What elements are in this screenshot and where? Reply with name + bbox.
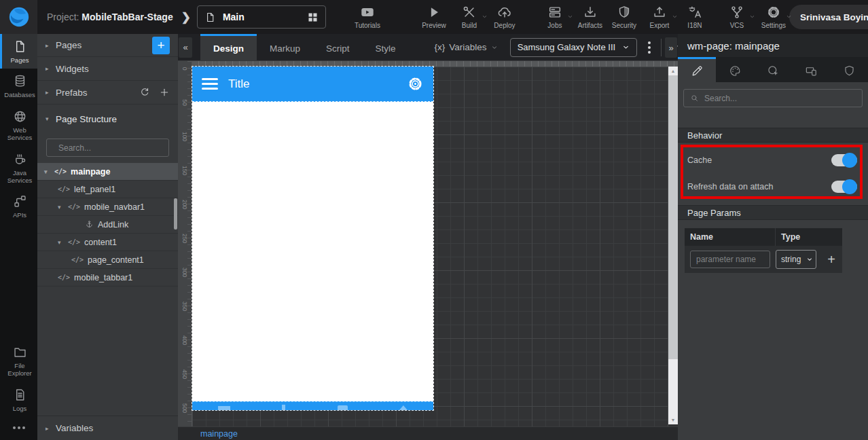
section-header-label: Behavior — [687, 130, 722, 141]
current-page-name: Main — [223, 12, 300, 22]
user-menu[interactable]: Srinivasa Boyina SB — [789, 5, 868, 29]
chevron-down-icon[interactable] — [482, 14, 488, 20]
refresh-data-toggle[interactable] — [831, 179, 857, 194]
rail-item-logs[interactable]: Logs — [0, 382, 37, 417]
build-button[interactable]: Build — [454, 5, 485, 29]
rail-label: APIs — [13, 211, 26, 219]
rail-more-button[interactable] — [0, 417, 37, 440]
expand-arrow-icon[interactable]: ▸ — [46, 89, 56, 96]
tab-devices[interactable] — [792, 57, 830, 82]
chevron-down-icon[interactable] — [786, 14, 792, 20]
collapse-arrow-icon[interactable]: ▾ — [44, 168, 54, 175]
chevron-down-icon[interactable] — [567, 14, 573, 20]
expand-arrow-icon[interactable]: ▸ — [46, 42, 56, 49]
add-page-button[interactable]: + — [152, 37, 170, 54]
tab-design[interactable]: Design — [200, 34, 257, 61]
tab-properties[interactable] — [678, 57, 716, 82]
pages-grid-icon[interactable] — [307, 12, 319, 23]
section-variables[interactable]: ▸ Variables — [37, 416, 178, 440]
section-pages[interactable]: ▸ Pages + — [37, 34, 178, 57]
rail-item-java-services[interactable]: Java Services — [0, 147, 37, 189]
mobile-tabbar-widget[interactable] — [192, 401, 433, 410]
pointer-events-icon — [767, 65, 780, 77]
add-param-button[interactable]: + — [820, 252, 842, 268]
hamburger-menu-icon[interactable] — [202, 78, 218, 90]
rail-item-pages[interactable]: Pages — [0, 34, 37, 69]
security-button[interactable]: Security — [609, 5, 640, 29]
expand-right-panel-button[interactable]: » — [665, 37, 677, 58]
tab-script[interactable]: Script — [313, 34, 363, 61]
tab-style[interactable]: Style — [363, 34, 409, 61]
tree-item-addlink[interactable]: AddLink — [37, 216, 178, 234]
tutorials-button[interactable]: Tutorials — [352, 5, 383, 29]
deploy-button[interactable]: Deploy — [489, 5, 520, 29]
tree-item-mainpage[interactable]: ▾ </> mainpage — [37, 163, 178, 181]
collapse-left-panel-button[interactable]: « — [179, 37, 192, 58]
cache-toggle[interactable] — [831, 153, 857, 168]
export-button[interactable]: Export — [644, 5, 675, 29]
security-icon — [617, 5, 632, 20]
rail-item-web-services[interactable]: Web Services — [0, 104, 37, 147]
mobile-navbar-widget[interactable]: Title — [192, 67, 433, 102]
breadcrumb-chevron-icon[interactable]: ❯ — [181, 10, 191, 24]
i18n-button[interactable]: I18N — [679, 5, 710, 29]
rail-item-databases[interactable]: Databases — [0, 69, 37, 103]
tab-styles[interactable] — [716, 57, 754, 82]
jobs-button[interactable]: Jobs — [539, 5, 571, 29]
param-type-select[interactable]: string — [776, 250, 816, 269]
tree-item-left-panel1[interactable]: </> left_panel1 — [37, 181, 178, 198]
action-label: Tutorials — [355, 22, 380, 29]
mobile-gear-icon[interactable] — [407, 75, 424, 92]
variables-dropdown[interactable]: {x} Variables — [435, 42, 498, 52]
open-page-tab[interactable]: mainpage — [200, 429, 238, 439]
rail-label: Java Services — [2, 169, 37, 185]
collapse-arrow-icon[interactable]: ▾ — [58, 239, 68, 246]
tree-item-content1[interactable]: ▾ </> content1 — [37, 234, 178, 251]
behavior-section-header[interactable]: Behavior — [678, 128, 868, 143]
tree-scrollbar[interactable] — [174, 198, 177, 230]
settings-button[interactable]: Settings — [758, 5, 789, 29]
app-logo[interactable] — [0, 0, 37, 34]
properties-search-input[interactable] — [704, 94, 856, 103]
rail-item-file-explorer[interactable]: File Explorer — [0, 340, 37, 382]
properties-search[interactable] — [683, 89, 863, 107]
section-label: Prefabs — [56, 88, 88, 98]
device-select[interactable]: Samsung Galaxy Note III — [510, 38, 638, 57]
add-prefab-icon[interactable] — [159, 87, 170, 98]
refresh-icon[interactable] — [139, 87, 150, 98]
design-canvas[interactable]: 0 50 100 150 200 250 300 350 400 450 500… — [178, 61, 678, 426]
tree-item-mobile-navbar1[interactable]: ▾ </> mobile_navbar1 — [37, 198, 178, 216]
page-selector[interactable]: Main — [197, 5, 326, 29]
expand-arrow-icon[interactable]: ▸ — [46, 425, 56, 432]
device-preview[interactable]: Title — [192, 67, 433, 410]
collapse-arrow-icon[interactable]: ▾ — [58, 204, 68, 210]
structure-search-input[interactable] — [58, 143, 164, 153]
rail-spacer — [0, 224, 37, 340]
rail-item-apis[interactable]: APIs — [0, 189, 37, 223]
artifacts-button[interactable]: Artifacts — [575, 5, 606, 29]
canvas-scrollbar[interactable]: ▲ ▼ — [668, 67, 678, 424]
scroll-up-icon[interactable]: ▲ — [668, 67, 678, 75]
param-name-input[interactable] — [690, 251, 770, 268]
tab-security[interactable] — [830, 57, 868, 82]
tree-item-mobile-tabbar1[interactable]: </> mobile_tabbar1 — [37, 269, 178, 287]
collapse-arrow-icon[interactable]: ▾ — [46, 115, 56, 122]
structure-search[interactable] — [46, 139, 169, 157]
section-widgets[interactable]: ▸ Widgets — [37, 57, 178, 81]
section-prefabs[interactable]: ▸ Prefabs — [37, 81, 178, 105]
expand-arrow-icon[interactable]: ▸ — [46, 65, 56, 72]
action-label: Security — [612, 22, 636, 29]
page-params-section-header[interactable]: Page Params — [678, 205, 868, 220]
scrollbar-thumb[interactable] — [668, 75, 678, 359]
preview-button[interactable]: Preview — [418, 5, 450, 29]
chevron-down-icon[interactable] — [672, 14, 678, 20]
scroll-down-icon[interactable]: ▼ — [668, 416, 678, 424]
build-icon — [462, 5, 477, 20]
vcs-button[interactable]: VCS — [721, 5, 753, 29]
section-page-structure[interactable]: ▾ Page Structure — [37, 105, 178, 133]
chevron-down-icon[interactable] — [749, 14, 755, 20]
tab-markup[interactable]: Markup — [257, 34, 313, 61]
tree-item-page-content1[interactable]: </> page_content1 — [37, 251, 178, 269]
tab-events[interactable] — [754, 57, 792, 82]
kebab-menu-icon[interactable] — [648, 41, 651, 54]
